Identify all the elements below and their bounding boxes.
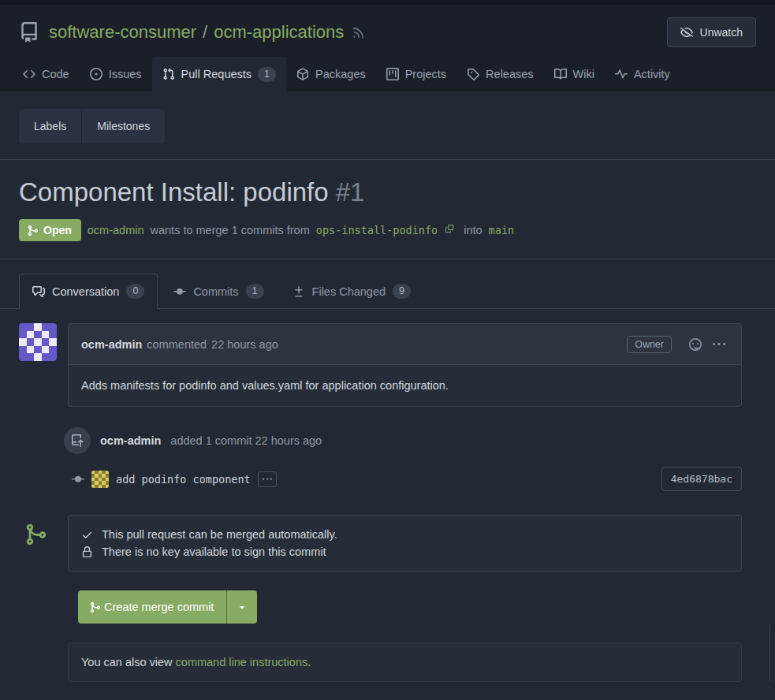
merge-area: This pull request can be merged automati… <box>68 515 742 572</box>
milestones-button[interactable]: Milestones <box>81 109 165 143</box>
page-body: Labels Milestones Component Install: pod… <box>0 91 775 682</box>
commit-row: add podinfo component 4ed6878bac <box>19 467 742 491</box>
pr-number: #1 <box>336 177 365 207</box>
page-title: Component Install: podinfo #1 <box>19 177 756 207</box>
pr-title-wrap: Component Install: podinfo #1 <box>0 160 775 207</box>
tab-code[interactable]: Code <box>13 57 80 91</box>
nav-label: Wiki <box>573 68 594 80</box>
add-reaction-button[interactable] <box>686 335 705 354</box>
merge-options-dropdown[interactable] <box>226 590 257 624</box>
unwatch-button[interactable]: Unwatch <box>667 17 756 47</box>
repo-owner-link[interactable]: software-consumer <box>49 22 196 42</box>
commit-hash-button[interactable]: 4ed6878bac <box>661 467 742 491</box>
nav-label: Activity <box>634 68 670 80</box>
tab-commits[interactable]: Commits 1 <box>161 274 276 308</box>
labels-milestones-group: Labels Milestones <box>19 109 165 143</box>
source-branch[interactable]: ops-install-podinfo <box>316 224 438 236</box>
create-merge-commit-button[interactable]: Create merge commit <box>78 590 226 624</box>
project-icon <box>386 68 399 80</box>
tab-conversation[interactable]: Conversation 0 <box>19 274 158 309</box>
tab-projects[interactable]: Projects <box>376 57 456 91</box>
conversation-count: 0 <box>126 284 144 299</box>
nav-label: Packages <box>315 68 366 80</box>
labels-button[interactable]: Labels <box>19 109 81 143</box>
commit-icon <box>173 285 186 298</box>
owner-badge: Owner <box>627 336 672 353</box>
comment-time[interactable]: 22 hours ago <box>211 338 278 351</box>
comment-body: Adds manifests for podinfo and values.ya… <box>69 365 741 406</box>
cli-prefix: You can also view <box>81 656 173 668</box>
event-text: added 1 commit 22 hours ago <box>170 434 322 447</box>
tab-releases[interactable]: Releases <box>456 57 543 91</box>
mergeable-status: This pull request can be merged automati… <box>81 526 728 543</box>
comment-author[interactable]: ocm-admin <box>81 338 142 351</box>
merge-button-group: Create merge commit <box>78 590 257 624</box>
sign-text: There is no key available to sign this c… <box>102 545 326 558</box>
commit-message[interactable]: add podinfo component <box>116 473 251 486</box>
copy-branch-icon[interactable] <box>445 225 457 236</box>
conversation-icon <box>32 285 45 298</box>
tab-label: Commits <box>193 285 238 298</box>
tab-activity[interactable]: Activity <box>605 57 680 91</box>
smiley-icon <box>689 338 702 351</box>
issue-icon <box>90 68 102 80</box>
tab-label: Files Changed <box>312 285 386 298</box>
pr-author-link[interactable]: ocm-admin <box>88 224 144 236</box>
files-changed-count: 9 <box>393 284 411 299</box>
pr-conversation: ocm-admin commented 22 hours ago Owner A… <box>0 309 775 682</box>
nav-label: Releases <box>486 68 533 80</box>
pull-requests-count: 1 <box>258 67 276 82</box>
repo-name-link[interactable]: ocm-applications <box>214 22 344 42</box>
diff-icon <box>292 285 305 298</box>
repo-breadcrumb: software-consumer/ocm-applications <box>49 22 344 43</box>
kebab-icon <box>713 338 725 351</box>
merge-button-label: Create merge commit <box>104 601 214 613</box>
tab-label: Conversation <box>52 285 119 298</box>
nav-label: Pull Requests <box>181 68 252 80</box>
eye-slash-icon <box>680 26 693 39</box>
cli-instructions-box: You can also view command line instructi… <box>68 642 742 682</box>
tab-issues[interactable]: Issues <box>80 57 152 91</box>
comment-menu-button[interactable] <box>710 335 728 354</box>
site-header: software-consumer/ocm-applications Unwat… <box>0 5 775 91</box>
rss-icon[interactable] <box>352 25 366 39</box>
tab-pull-requests[interactable]: Pull Requests 1 <box>152 57 286 91</box>
status-badge: Open <box>19 219 81 241</box>
event-author[interactable]: ocm-admin <box>100 434 161 447</box>
tab-wiki[interactable]: Wiki <box>544 57 605 91</box>
tab-packages[interactable]: Packages <box>286 57 376 91</box>
pull-request-icon <box>162 68 175 80</box>
repo-push-icon <box>64 427 91 454</box>
issue-subnav: Labels Milestones <box>0 91 775 159</box>
code-icon <box>23 68 35 80</box>
timeline-event: ocm-admin added 1 commit 22 hours ago <box>19 427 742 454</box>
commits-count: 1 <box>246 284 264 299</box>
into-word: into <box>464 224 482 236</box>
sign-status: There is no key available to sign this c… <box>81 543 728 560</box>
tag-icon <box>467 68 479 80</box>
commit-expand-button[interactable] <box>258 471 277 487</box>
merge-status-box: This pull request can be merged automati… <box>68 515 742 572</box>
tab-files-changed[interactable]: Files Changed 9 <box>280 274 423 308</box>
nav-label: Projects <box>405 68 446 80</box>
comment-action: commented <box>147 338 207 351</box>
mergeable-text: This pull request can be merged automati… <box>102 528 337 541</box>
sidebar-divider <box>769 624 770 682</box>
comment-header: ocm-admin commented 22 hours ago Owner <box>69 324 741 365</box>
pr-meta: Open ocm-admin wants to merge 1 commits … <box>0 207 775 259</box>
unwatch-label: Unwatch <box>700 26 743 39</box>
target-branch[interactable]: main <box>489 224 515 236</box>
pulse-icon <box>615 68 628 80</box>
nav-label: Code <box>42 68 69 80</box>
git-merge-icon <box>27 225 39 236</box>
git-merge-icon <box>89 601 101 613</box>
cli-instructions-link[interactable]: command line instructions <box>176 656 308 668</box>
pr-tabs: Conversation 0 Commits 1 Files Changed 9 <box>0 261 775 309</box>
pr-title-text: Component Install: podinfo <box>19 177 329 207</box>
repo-title-row: software-consumer/ocm-applications Unwat… <box>0 5 775 57</box>
comment: ocm-admin commented 22 hours ago Owner A… <box>19 323 742 407</box>
avatar[interactable] <box>19 323 57 361</box>
git-commit-icon <box>72 473 84 486</box>
commit-author-avatar[interactable] <box>91 471 109 488</box>
nav-label: Issues <box>109 68 142 80</box>
